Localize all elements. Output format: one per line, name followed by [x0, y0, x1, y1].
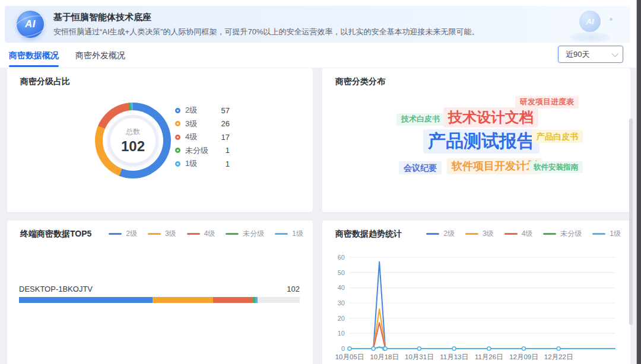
legend-label: 未分级: [243, 229, 264, 239]
panel-terminal-top5: 终端商密数据TOP5 2级3级4级未分级1级 DESKTOP-1BKOJTV10…: [7, 221, 313, 364]
legend-label: 3级: [185, 119, 197, 129]
top5-bar-row: DESKTOP-1BKOJTV102: [19, 285, 300, 303]
panel-secret-category-distribution: 商密分类分布 研发项目进度表技术白皮书技术设计文档产品测试报告产品白皮书会议纪要…: [322, 68, 630, 212]
legend-item-1级[interactable]: 1级: [592, 229, 621, 239]
chevron-down-icon: [612, 50, 618, 56]
legend-dash-icon: [426, 233, 439, 235]
time-range-select[interactable]: 近90天: [558, 46, 623, 63]
legend-value: 17: [221, 133, 230, 142]
cloud-word-6: 软件项目开发计划: [447, 158, 542, 174]
header-subtitle: 安恒恒脑通过“AI生成+人类决策”的人际协同框架，可提升70%以上的安全运营效率…: [53, 27, 480, 37]
donut-center: 总数 102: [107, 115, 158, 166]
legend-label: 3级: [165, 229, 176, 239]
ai-robot-illustration: AI: [566, 9, 614, 43]
legend-dash-icon: [543, 233, 556, 235]
svg-text:30: 30: [338, 299, 345, 306]
legend-label: 未分级: [185, 145, 208, 156]
legend-item-1级[interactable]: 1级1: [175, 157, 230, 171]
legend-item-3级[interactable]: 3级: [465, 229, 494, 239]
word-cloud: 研发项目进度表技术白皮书技术设计文档产品测试报告产品白皮书会议纪要软件项目开发计…: [322, 68, 630, 212]
legend-item-2级[interactable]: 2级: [109, 229, 137, 239]
svg-text:12月09日: 12月09日: [509, 353, 538, 360]
cloud-word-1: 技术白皮书: [396, 113, 445, 126]
svg-text:11月26日: 11月26日: [475, 353, 503, 360]
cloud-word-4: 产品白皮书: [532, 130, 583, 143]
panel-grid: 商密分级占比 总数 102 2级573级264级17未分级11级1 商密分类分布…: [0, 68, 636, 364]
legend-label: 未分级: [560, 229, 582, 239]
legend-dash-icon: [187, 233, 200, 235]
legend-item-1级[interactable]: 1级: [275, 229, 303, 239]
legend-item-4级[interactable]: 4级: [187, 229, 215, 239]
legend-dash-icon: [465, 233, 478, 235]
orbit-dot-icon: [610, 18, 613, 21]
donut-center-value: 102: [121, 138, 145, 155]
legend: 2级3级4级未分级1级: [98, 229, 303, 239]
header-text: 基于恒脑智能体技术底座 安恒恒脑通过“AI生成+人类决策”的人际协同框架，可提升…: [53, 12, 480, 37]
legend-item-未分级[interactable]: 未分级: [543, 229, 582, 239]
legend-item-未分级[interactable]: 未分级: [226, 229, 264, 239]
legend-item-2级[interactable]: 2级57: [175, 104, 230, 117]
legend-label: 3级: [483, 229, 494, 239]
dashboard-main: 商密分级占比 总数 102 2级573级264级17未分级11级1 商密分类分布…: [0, 68, 636, 364]
donut-center-label: 总数: [126, 127, 140, 137]
legend-label: 4级: [204, 229, 215, 239]
vertical-scrollbar-thumb[interactable]: [629, 119, 633, 325]
legend-label: 1级: [292, 229, 303, 239]
bar-meta: DESKTOP-1BKOJTV102: [19, 285, 300, 293]
legend-dash-icon: [592, 233, 605, 235]
bar-segment-3级: [153, 297, 213, 303]
panel-title: 商密数据趋势统计: [335, 229, 402, 240]
legend-label: 2级: [126, 229, 137, 239]
legend-dash-icon: [504, 233, 518, 235]
cloud-word-2: 技术设计文档: [443, 107, 538, 127]
legend-item-4级[interactable]: 4级: [504, 229, 533, 239]
bar-track: [19, 297, 300, 303]
legend-ring-icon: [175, 161, 180, 167]
bar-segment-1级: [255, 297, 258, 303]
legend-item-2级[interactable]: 2级: [426, 229, 455, 239]
header-banner: AI 基于恒脑智能体技术底座 安恒恒脑通过“AI生成+人类决策”的人际协同框架，…: [5, 6, 630, 43]
time-range-value: 近90天: [566, 49, 589, 60]
cloud-word-3: 产品测试报告: [423, 129, 540, 154]
bar-segment-4级: [213, 297, 253, 303]
legend-value: 1: [226, 146, 230, 155]
bar-segment-2级: [19, 297, 153, 303]
header-title: 基于恒脑智能体技术底座: [53, 12, 480, 23]
svg-text:10: 10: [338, 330, 345, 337]
cloud-word-5: 会议纪要: [399, 161, 442, 174]
donut-chart: 总数 102: [95, 103, 171, 178]
panel-title: 商密分级占比: [20, 76, 70, 87]
legend-item-4级[interactable]: 4级17: [175, 130, 230, 144]
legend-value: 57: [221, 106, 230, 115]
legend-dash-icon: [148, 233, 161, 235]
legend-label: 2级: [443, 229, 455, 239]
ai-logo-text: AI: [25, 18, 36, 30]
legend-value: 26: [221, 119, 230, 128]
legend-dash-icon: [109, 233, 122, 235]
svg-text:40: 40: [338, 284, 345, 291]
screen-dark-edge: [637, 0, 641, 364]
donut-legend: 2级573级264级17未分级11级1: [175, 104, 230, 171]
legend-label: 1级: [185, 158, 197, 169]
legend-item-3级[interactable]: 3级26: [175, 117, 230, 131]
legend-value: 1: [226, 159, 230, 168]
bar-total: 102: [287, 285, 300, 293]
legend-item-未分级[interactable]: 未分级1: [175, 144, 230, 158]
panel-secret-level-ratio: 商密分级占比 总数 102 2级573级264级17未分级11级1: [7, 68, 313, 212]
legend-label: 4级: [522, 229, 533, 239]
legend-ring-icon: [175, 148, 180, 153]
svg-text:20: 20: [338, 315, 345, 322]
legend-item-3级[interactable]: 3级: [148, 229, 176, 239]
legend-label: 1级: [610, 229, 621, 239]
panel-title: 终端商密数据TOP5: [20, 229, 91, 240]
tab-bar: 商密数据概况商密外发概况 近90天: [0, 43, 636, 68]
legend-label: 2级: [185, 105, 197, 116]
tab-1[interactable]: 商密外发概况: [75, 44, 125, 66]
ai-brain-logo-icon: AI: [17, 11, 44, 38]
svg-text:60: 60: [338, 254, 345, 261]
legend-ring-icon: [175, 121, 180, 126]
svg-text:11月13日: 11月13日: [440, 353, 468, 360]
tab-0[interactable]: 商密数据概况: [9, 44, 59, 66]
svg-text:12月22日: 12月22日: [544, 353, 573, 360]
svg-text:10月31日: 10月31日: [405, 353, 434, 360]
